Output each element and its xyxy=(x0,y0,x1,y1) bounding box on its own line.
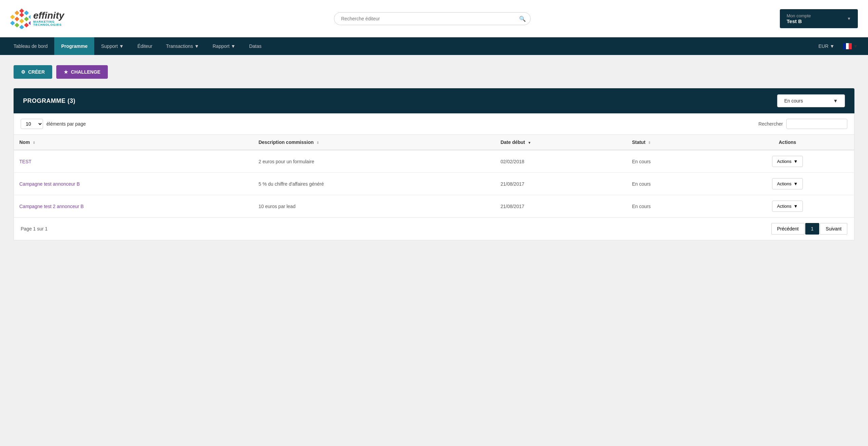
page-info: Page 1 sur 1 xyxy=(21,226,47,231)
col-header-nom[interactable]: Nom ⇕ xyxy=(14,135,253,150)
chevron-down-icon-actions-1: ▼ xyxy=(793,181,798,186)
sort-icon-description: ⇕ xyxy=(316,141,319,145)
cell-actions-2: Actions ▼ xyxy=(721,195,854,218)
table-header: Nom ⇕ Description commission ⇕ Date débu… xyxy=(14,135,854,150)
programme-header: PROGRAMME (3) En cours ▼ xyxy=(14,88,854,113)
cell-nom-0: TEST xyxy=(14,150,253,173)
per-page-wrapper: 10 25 50 100 éléments par page xyxy=(21,119,86,129)
actions-button-1[interactable]: Actions ▼ xyxy=(772,178,803,189)
svg-rect-6 xyxy=(15,16,19,21)
svg-rect-4 xyxy=(19,12,24,17)
svg-rect-1 xyxy=(15,10,19,15)
nav-label-editeur: Éditeur xyxy=(137,43,152,49)
status-filter-label: En cours xyxy=(784,98,803,104)
cell-nom-2: Campagne test 2 annonceur B xyxy=(14,195,253,218)
nav-item-tableau[interactable]: Tableau de bord xyxy=(7,37,54,55)
per-page-select[interactable]: 10 25 50 100 xyxy=(21,119,43,129)
main-content: ⚙ CRÉER ★ CHALLENGE PROGRAMME (3) En cou… xyxy=(0,55,868,446)
challenge-button[interactable]: ★ CHALLENGE xyxy=(56,65,108,79)
prev-page-button[interactable]: Précédent xyxy=(771,223,805,235)
svg-rect-15 xyxy=(846,43,849,49)
table-search-input[interactable] xyxy=(786,119,847,129)
programme-title: PROGRAMME (3) xyxy=(23,97,76,105)
nav-label-support: Support xyxy=(101,43,118,49)
svg-rect-3 xyxy=(10,14,15,19)
logo-area: effinity MARKETINGTECHNOLOGIES xyxy=(10,8,85,29)
chevron-down-icon-support: ▼ xyxy=(119,43,124,49)
programme-table: Nom ⇕ Description commission ⇕ Date débu… xyxy=(14,135,854,218)
sort-icon-statut: ⇕ xyxy=(648,141,651,145)
logo-effinity-text: effinity xyxy=(33,11,64,20)
actions-button-0[interactable]: Actions ▼ xyxy=(772,156,803,167)
account-label: Mon compte xyxy=(787,13,811,18)
svg-rect-16 xyxy=(849,43,852,49)
chevron-down-icon-actions-0: ▼ xyxy=(793,159,798,164)
svg-rect-5 xyxy=(28,14,31,19)
cell-description-0: 2 euros pour un formulaire xyxy=(253,150,495,173)
chevron-down-icon-currency: ▼ xyxy=(830,43,834,49)
logo-icon xyxy=(10,8,31,29)
nav-item-transactions[interactable]: Transactions ▼ xyxy=(159,37,206,55)
top-header: effinity MARKETINGTECHNOLOGIES 🔍 Mon com… xyxy=(0,0,868,37)
chevron-down-icon-rapport: ▼ xyxy=(231,43,236,49)
search-input[interactable] xyxy=(334,12,531,25)
search-area: 🔍 xyxy=(85,12,780,25)
cell-actions-1: Actions ▼ xyxy=(721,173,854,195)
col-header-date[interactable]: Date début ▼ xyxy=(495,135,627,150)
nav-item-rapport[interactable]: Rapport ▼ xyxy=(206,37,242,55)
sort-icon-date: ▼ xyxy=(528,141,531,145)
cell-actions-0: Actions ▼ xyxy=(721,150,854,173)
svg-rect-8 xyxy=(10,20,15,25)
pagination-buttons: Précédent 1 Suivant xyxy=(771,223,847,235)
currency-selector[interactable]: EUR ▼ xyxy=(813,37,840,55)
nav-label-programme: Programme xyxy=(61,43,87,49)
svg-rect-2 xyxy=(24,10,29,15)
account-name: Test B xyxy=(787,18,811,24)
table-search-area: Rechercher xyxy=(758,119,847,129)
col-header-statut[interactable]: Statut ⇕ xyxy=(627,135,721,150)
nav-item-programme[interactable]: Programme xyxy=(54,37,94,55)
cell-statut-2: En cours xyxy=(627,195,721,218)
nav-label-datas: Datas xyxy=(249,43,262,49)
nav-label-rapport: Rapport xyxy=(213,43,230,49)
nav-item-editeur[interactable]: Éditeur xyxy=(131,37,159,55)
creer-button[interactable]: ⚙ CRÉER xyxy=(14,65,52,79)
account-dropdown[interactable]: Mon compte Test B ▼ xyxy=(780,9,858,28)
chevron-down-icon-actions-2: ▼ xyxy=(793,204,798,209)
search-button[interactable]: 🔍 xyxy=(519,15,526,22)
next-page-button[interactable]: Suivant xyxy=(820,223,847,235)
svg-rect-13 xyxy=(19,24,24,29)
language-selector[interactable]: ▼ xyxy=(840,37,861,55)
svg-rect-0 xyxy=(19,8,24,13)
page-1-button[interactable]: 1 xyxy=(805,223,820,235)
table-controls: 10 25 50 100 éléments par page Recherche… xyxy=(14,113,854,135)
logo-sub-text: MARKETINGTECHNOLOGIES xyxy=(33,20,64,26)
chevron-down-icon: ▼ xyxy=(847,16,851,21)
status-filter-dropdown[interactable]: En cours ▼ xyxy=(777,94,845,107)
nav-label-tableau: Tableau de bord xyxy=(14,43,47,49)
cell-description-2: 10 euros par lead xyxy=(253,195,495,218)
action-buttons: ⚙ CRÉER ★ CHALLENGE xyxy=(14,65,854,79)
table-body: TEST 2 euros pour un formulaire 02/02/20… xyxy=(14,150,854,218)
per-page-label: éléments par page xyxy=(46,121,86,127)
nav-item-datas[interactable]: Datas xyxy=(242,37,269,55)
chevron-down-icon-status: ▼ xyxy=(833,98,838,104)
sort-icon-nom: ⇕ xyxy=(33,141,35,145)
logo-box: effinity MARKETINGTECHNOLOGIES xyxy=(10,8,85,29)
nav-label-transactions: Transactions xyxy=(166,43,193,49)
col-header-description[interactable]: Description commission ⇕ xyxy=(253,135,495,150)
svg-rect-14 xyxy=(843,43,846,49)
svg-rect-11 xyxy=(15,22,19,27)
col-header-actions: Actions xyxy=(721,135,854,150)
flag-france-icon xyxy=(843,43,852,49)
challenge-label: CHALLENGE xyxy=(71,69,100,75)
programme-link-0[interactable]: TEST xyxy=(19,159,32,164)
programme-link-2[interactable]: Campagne test 2 annonceur B xyxy=(19,204,84,209)
nav-item-support[interactable]: Support ▼ xyxy=(94,37,131,55)
svg-rect-7 xyxy=(24,16,29,21)
currency-label: EUR xyxy=(818,43,829,49)
programme-link-1[interactable]: Campagne test annonceur B xyxy=(19,181,80,187)
table-row: TEST 2 euros pour un formulaire 02/02/20… xyxy=(14,150,854,173)
table-row: Campagne test annonceur B 5 % du chiffre… xyxy=(14,173,854,195)
actions-button-2[interactable]: Actions ▼ xyxy=(772,201,803,212)
